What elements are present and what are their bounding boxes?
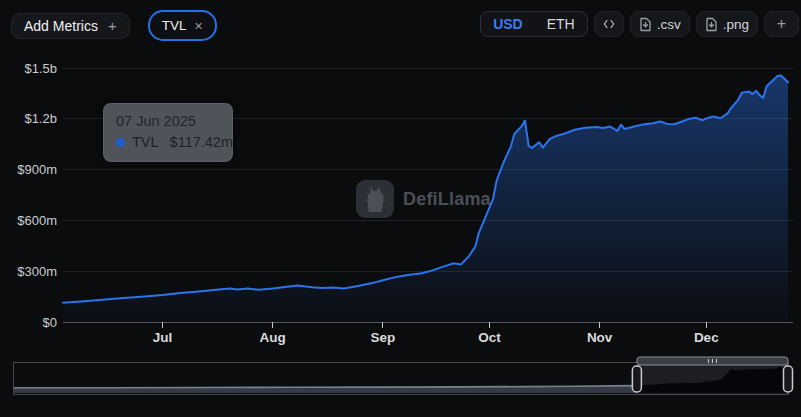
currency-eth-button[interactable]: ETH — [535, 16, 587, 32]
y-axis-label: $1.5b — [24, 61, 57, 76]
x-axis-label: Dec — [694, 330, 719, 345]
y-axis-label: $1.2b — [24, 111, 57, 126]
x-axis-label: Aug — [260, 330, 286, 345]
x-axis-label: Oct — [478, 330, 501, 345]
metric-pill-label: TVL — [162, 18, 187, 33]
x-axis-label: Sep — [370, 330, 395, 345]
download-csv-button[interactable]: .csv — [630, 11, 690, 37]
metrics-toolbar: Add Metrics + TVL × — [11, 10, 217, 41]
file-download-icon — [705, 17, 718, 32]
plus-icon: + — [777, 15, 786, 33]
y-axis-label: $0 — [43, 315, 57, 330]
code-icon — [603, 18, 615, 30]
tvl-chart-widget: DefiLlama $0$300m$600m$900m$1.2b$1.5bJul… — [0, 0, 801, 417]
tooltip-date: 07 Jun 2025 — [116, 111, 220, 132]
add-metrics-plus-icon: + — [108, 17, 117, 34]
metric-pill-close-icon[interactable]: × — [194, 19, 202, 33]
file-download-icon — [639, 17, 652, 32]
add-metrics-button[interactable]: Add Metrics + — [11, 13, 130, 39]
currency-usd-button[interactable]: USD — [481, 16, 535, 32]
tooltip-value: $117.42m — [170, 132, 233, 153]
slider-handle-right[interactable] — [784, 366, 793, 392]
add-chart-button[interactable]: + — [764, 11, 799, 37]
chart-actions-toolbar: USD ETH .csv .png + — [480, 11, 799, 37]
tooltip-series-label: TVL — [132, 132, 159, 153]
y-axis-label: $600m — [17, 213, 57, 228]
metric-pill-tvl[interactable]: TVL × — [148, 10, 217, 41]
y-axis-label: $300m — [17, 264, 57, 279]
tvl-chart-canvas: $0$300m$600m$900m$1.2b$1.5bJulAugSepOctN… — [0, 0, 801, 417]
x-axis-label: Jul — [153, 330, 173, 345]
chart-tooltip: 07 Jun 2025 TVL $117.42m — [103, 103, 233, 162]
chart-plot-area[interactable] — [63, 48, 793, 322]
y-axis-label: $900m — [17, 162, 57, 177]
slider-handle-left[interactable] — [632, 366, 641, 392]
currency-toggle: USD ETH — [480, 11, 588, 37]
add-metrics-label: Add Metrics — [24, 18, 98, 34]
x-axis-label: Nov — [587, 330, 613, 345]
download-png-button[interactable]: .png — [696, 11, 758, 37]
embed-code-button[interactable] — [594, 11, 624, 37]
csv-label: .csv — [657, 17, 681, 32]
png-label: .png — [723, 17, 749, 32]
tvl-series-dot — [116, 138, 125, 147]
